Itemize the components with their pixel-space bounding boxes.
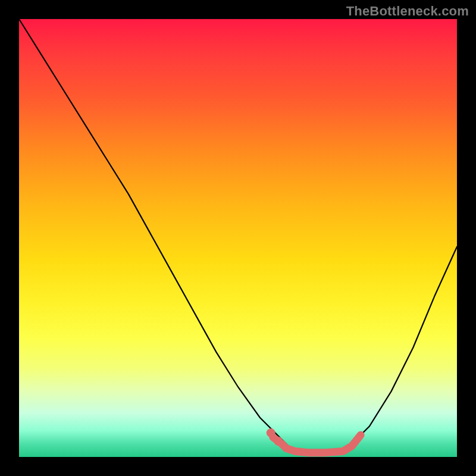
chart-svg bbox=[19, 19, 457, 457]
chart-frame: TheBottleneck.com bbox=[0, 0, 476, 476]
highlight-dot bbox=[267, 428, 275, 437]
bottleneck-curve bbox=[19, 19, 457, 453]
optimal-range-highlight bbox=[273, 435, 361, 452]
highlight-dot bbox=[274, 437, 283, 446]
watermark-text: TheBottleneck.com bbox=[346, 4, 469, 19]
